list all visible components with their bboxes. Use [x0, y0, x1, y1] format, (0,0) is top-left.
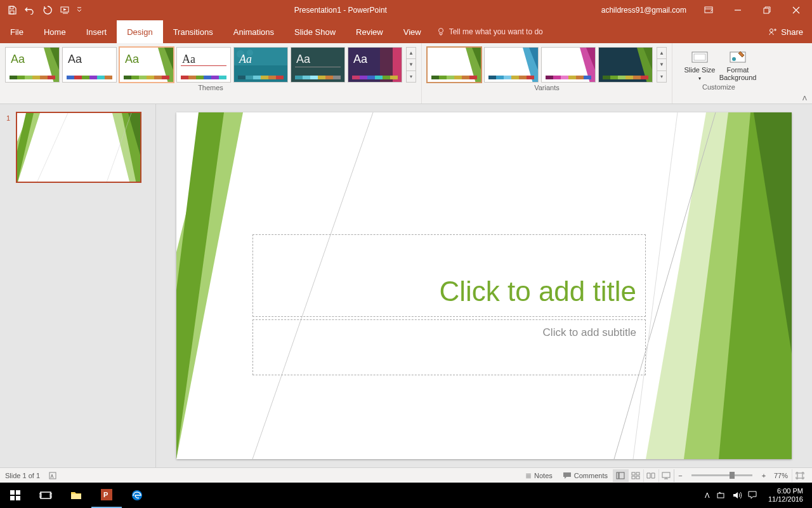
variants-group-label: Variants: [427, 83, 667, 94]
powerpoint-icon: P: [101, 489, 112, 500]
spell-check-button[interactable]: [40, 468, 63, 483]
svg-rect-60: [16, 496, 20, 500]
svg-rect-57: [10, 490, 15, 495]
reading-view-button[interactable]: [643, 469, 658, 482]
start-from-beginning-button[interactable]: [57, 3, 74, 18]
tab-slideshow[interactable]: Slide Show: [284, 20, 346, 43]
maximize-button[interactable]: [752, 0, 782, 20]
edge-icon: [131, 490, 143, 501]
title-placeholder-text: Click to add title: [439, 276, 636, 307]
theme-thumb-selected[interactable]: Aa: [119, 47, 174, 83]
variant-thumb[interactable]: [598, 47, 653, 83]
collapse-ribbon-button[interactable]: ᐱ: [799, 93, 809, 102]
minimize-button[interactable]: [723, 0, 752, 20]
work-area: 1: [0, 104, 812, 467]
svg-marker-40: [176, 112, 224, 459]
svg-rect-29: [730, 52, 745, 62]
undo-button[interactable]: [22, 3, 38, 18]
theme-thumb[interactable]: Aa: [291, 47, 345, 83]
svg-point-6: [770, 29, 773, 32]
fit-to-window-button[interactable]: [792, 469, 807, 482]
clock-date: 11/12/2016: [768, 495, 803, 504]
task-view-icon: [39, 490, 52, 500]
account-label[interactable]: achildress91@gmail.com: [594, 0, 694, 20]
comments-icon: [563, 472, 572, 479]
file-explorer-taskbar[interactable]: [61, 483, 91, 508]
svg-rect-56: [797, 473, 802, 478]
tab-home[interactable]: Home: [34, 20, 76, 43]
taskbar-clock[interactable]: 6:00 PM 11/12/2016: [763, 487, 808, 504]
svg-rect-51: [632, 472, 635, 475]
normal-view-button[interactable]: [613, 469, 628, 482]
save-button[interactable]: [4, 3, 20, 18]
notes-button[interactable]: ≣ Notes: [520, 468, 558, 483]
tab-animations[interactable]: Animations: [223, 20, 284, 43]
slide-size-label: Slide Size: [684, 66, 716, 74]
zoom-out-button[interactable]: −: [674, 469, 686, 482]
theme-thumb[interactable]: Aa: [5, 47, 60, 83]
slide-sorter-view-button[interactable]: [628, 469, 643, 482]
tell-me-label: Tell me what you want to do: [449, 27, 543, 36]
variant-thumb[interactable]: [541, 47, 596, 83]
variant-thumb-selected[interactable]: [427, 47, 481, 83]
tab-file[interactable]: File: [0, 20, 34, 43]
gallery-more-icon[interactable]: ▾: [657, 71, 666, 82]
powerpoint-taskbar[interactable]: P: [91, 483, 122, 508]
close-button[interactable]: [782, 0, 811, 20]
share-label: Share: [781, 27, 803, 37]
tell-me-search[interactable]: Tell me what you want to do: [431, 20, 548, 43]
start-button[interactable]: [0, 483, 30, 508]
volume-icon[interactable]: [733, 491, 742, 500]
status-bar: Slide 1 of 1 ≣ Notes Comments − + 77%: [0, 467, 812, 483]
slide-canvas-area: Click to add title Click to add subtitle: [156, 104, 812, 467]
svg-rect-0: [10, 6, 13, 9]
themes-gallery-scroll[interactable]: ▲ ▼ ▾: [406, 47, 416, 83]
gallery-up-icon[interactable]: ▲: [657, 48, 666, 59]
tab-design[interactable]: Design: [117, 20, 162, 43]
gallery-down-icon[interactable]: ▼: [657, 59, 666, 70]
qat-customize-button[interactable]: [75, 3, 84, 18]
tab-review[interactable]: Review: [346, 20, 393, 43]
svg-rect-52: [636, 472, 639, 475]
share-button[interactable]: Share: [759, 20, 812, 43]
zoom-slider[interactable]: [691, 474, 752, 476]
slide-size-icon: [691, 50, 709, 65]
svg-rect-59: [10, 496, 15, 500]
ribbon-display-options[interactable]: [694, 0, 723, 20]
format-background-button[interactable]: Format Background: [721, 50, 755, 82]
folder-icon: [70, 490, 82, 500]
theme-thumb[interactable]: Aa: [348, 47, 402, 83]
theme-thumb[interactable]: Aa: [176, 47, 231, 83]
tab-transitions[interactable]: Transitions: [163, 20, 223, 43]
gallery-up-icon[interactable]: ▲: [407, 48, 416, 59]
battery-icon[interactable]: [716, 491, 726, 500]
variants-gallery-scroll[interactable]: ▲ ▼ ▾: [657, 47, 667, 83]
tray-overflow-icon[interactable]: ᐱ: [705, 491, 710, 500]
slide-size-button[interactable]: Slide Size ▾: [683, 50, 717, 82]
task-view-button[interactable]: [30, 483, 61, 508]
slide-canvas[interactable]: Click to add title Click to add subtitle: [176, 112, 792, 459]
redo-button[interactable]: [39, 3, 56, 18]
comments-button[interactable]: Comments: [558, 468, 613, 483]
slideshow-view-button[interactable]: [658, 469, 674, 482]
zoom-in-button[interactable]: +: [757, 469, 770, 482]
customize-group: Slide Size ▾ Format Background Customize: [672, 43, 765, 104]
svg-rect-49: [617, 472, 619, 479]
slide-thumbnail-1[interactable]: [16, 112, 141, 183]
format-background-icon: [729, 50, 747, 65]
tab-view[interactable]: View: [393, 20, 431, 43]
theme-thumb[interactable]: Aa: [233, 47, 288, 83]
zoom-level[interactable]: 77%: [770, 472, 792, 479]
action-center-icon[interactable]: [748, 491, 757, 500]
svg-rect-61: [41, 492, 51, 498]
svg-rect-54: [636, 476, 639, 479]
gallery-down-icon[interactable]: ▼: [407, 59, 416, 70]
theme-thumb[interactable]: Aa: [62, 47, 117, 83]
variant-thumb[interactable]: [484, 47, 539, 83]
edge-taskbar[interactable]: [122, 483, 152, 508]
tab-insert[interactable]: Insert: [76, 20, 117, 43]
title-placeholder[interactable]: Click to add title: [252, 234, 646, 317]
slide-counter: Slide 1 of 1: [5, 472, 40, 479]
gallery-more-icon[interactable]: ▾: [407, 71, 416, 82]
subtitle-placeholder[interactable]: Click to add subtitle: [252, 319, 646, 375]
